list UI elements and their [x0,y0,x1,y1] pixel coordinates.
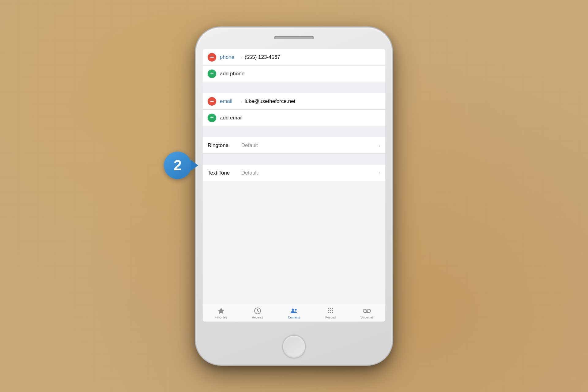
step-circle: 2 [164,152,191,179]
phone-label[interactable]: phone [220,54,238,60]
text-tone-label: Text Tone [208,170,241,176]
tab-keypad-label: Keypad [325,316,336,319]
tab-recents[interactable]: Recents [239,304,276,322]
ringtone-value: Default [241,142,379,149]
content-list: phone › (555) 123-4567 add phone email ›… [203,49,385,304]
add-email-button[interactable] [208,114,216,122]
tab-contacts-label: Contacts [288,316,300,319]
tab-favorites[interactable]: Favorites [203,304,239,322]
svg-point-2 [295,309,297,311]
home-button[interactable] [283,336,305,358]
iphone-frame: 2 phone › (555) 123-4567 add phone [196,28,392,364]
remove-phone-button[interactable] [208,53,216,62]
section-gap-2 [203,126,385,137]
svg-point-11 [332,312,333,313]
phone-row[interactable]: phone › (555) 123-4567 [203,49,385,66]
add-phone-row[interactable]: add phone [203,66,385,82]
tab-keypad[interactable]: Keypad [312,304,349,322]
phone-screen: phone › (555) 123-4567 add phone email ›… [203,49,385,322]
clock-icon [254,307,262,315]
voicemail-icon [363,307,371,315]
tab-favorites-label: Favorites [215,316,227,319]
add-phone-label: add phone [220,71,244,77]
svg-point-13 [367,309,371,312]
svg-point-10 [330,312,331,313]
svg-point-12 [363,309,367,312]
step-badge: 2 [159,147,196,184]
svg-point-7 [330,310,331,311]
text-tone-value: Default [241,170,379,176]
remove-email-button[interactable] [208,97,216,106]
email-label[interactable]: email [220,98,238,104]
svg-point-5 [332,308,333,309]
svg-point-9 [328,312,329,313]
tab-voicemail-label: Voicemail [360,316,374,319]
add-phone-button[interactable] [208,70,216,78]
add-email-row[interactable]: add email [203,110,385,126]
email-row[interactable]: email › luke@usetheforce.net [203,93,385,110]
tab-recents-label: Recents [252,316,263,319]
keypad-icon [326,307,334,315]
email-chevron: › [241,99,242,104]
section-gap-3 [203,154,385,165]
ringtone-chevron: › [379,143,380,148]
section-gap-1 [203,82,385,93]
ringtone-label: Ringtone [208,142,241,149]
ringtone-row[interactable]: Ringtone Default › [203,137,385,154]
text-tone-row[interactable]: Text Tone Default › [203,165,385,181]
svg-point-1 [292,308,294,311]
tab-voicemail[interactable]: Voicemail [349,304,385,322]
contacts-icon [290,307,298,315]
tab-contacts[interactable]: Contacts [276,304,312,322]
email-value[interactable]: luke@usetheforce.net [245,98,380,104]
phone-value[interactable]: (555) 123-4567 [245,54,380,60]
svg-point-8 [332,310,333,311]
svg-point-6 [328,310,329,311]
phone-chevron: › [241,55,242,60]
svg-point-4 [330,308,331,309]
step-number: 2 [174,158,182,173]
tab-bar: Favorites Recents Contacts [203,304,385,322]
add-email-label: add email [220,115,243,121]
svg-point-3 [328,308,329,309]
star-icon [217,307,225,315]
text-tone-chevron: › [379,170,380,176]
